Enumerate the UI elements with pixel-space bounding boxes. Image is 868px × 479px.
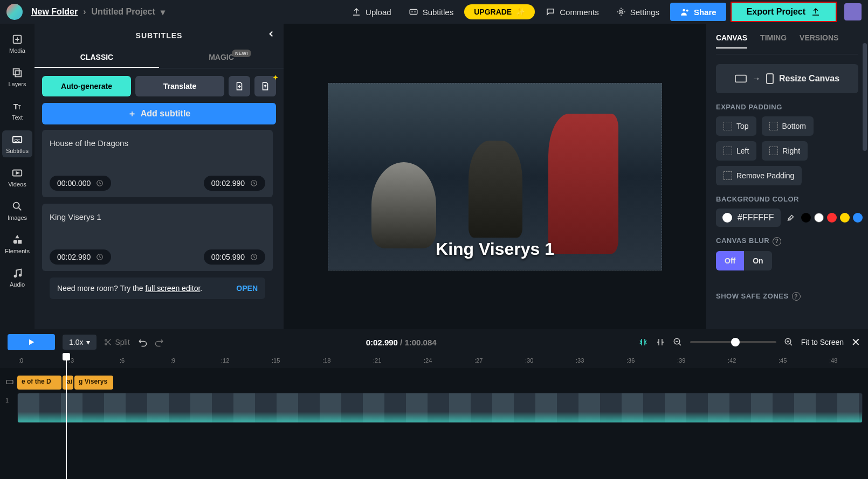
gear-icon (616, 7, 626, 17)
share-button[interactable]: Share (670, 3, 726, 21)
subtitle-card[interactable]: King Viserys 1 00:02.990 00:05.990 (42, 204, 273, 271)
subtitle-card[interactable]: House of the Dragons 00:00.000 00:02.990 (42, 130, 273, 197)
ruler-tick: :9 (170, 357, 175, 364)
timeline-ruler[interactable]: :0:3:6:9:12:15:18:21:24:27:30:33:36:39:4… (0, 355, 868, 368)
fullscreen-editor-link[interactable]: full screen editor (145, 284, 200, 293)
color-swatch[interactable] (827, 213, 837, 223)
tab-magic[interactable]: MAGICNEW! (159, 47, 284, 68)
subtitle-list: House of the Dragons 00:00.000 00:02.990… (35, 130, 280, 329)
end-time-input[interactable]: 00:02.990 (204, 176, 265, 191)
comments-button[interactable]: Comments (539, 4, 605, 20)
subtitle-clip[interactable]: e of the D (17, 376, 61, 390)
nav-media[interactable]: Media (2, 30, 32, 57)
subtitle-text[interactable]: House of the Dragons (42, 130, 273, 170)
nav-subtitles[interactable]: CCSubtitles (2, 130, 32, 157)
section-expand-padding: EXPAND PADDING (716, 103, 858, 111)
zoom-thumb[interactable] (731, 338, 740, 346)
ruler-tick: :48 (829, 357, 837, 364)
track-label: 1 (5, 397, 9, 404)
remove-padding-button[interactable]: Remove Padding (716, 166, 802, 185)
trim-icon (656, 337, 665, 347)
zoom-in-button[interactable] (784, 337, 794, 347)
subtitles-header-button[interactable]: Subtitles (402, 4, 460, 20)
nav-text[interactable]: TTText (2, 97, 32, 124)
zoom-slider[interactable] (690, 341, 776, 343)
pad-left-button[interactable]: Left (716, 141, 756, 161)
collapse-panel-button[interactable] (266, 29, 276, 39)
split-button[interactable]: Split (104, 338, 129, 346)
subtitle-clip[interactable]: g Viserys (74, 376, 113, 390)
dotted-square-icon (769, 147, 778, 155)
ruler-tick: :18 (322, 357, 330, 364)
pad-top-button[interactable]: Top (716, 116, 756, 136)
color-swatch[interactable] (840, 213, 850, 223)
play-button[interactable] (8, 334, 55, 350)
redo-button[interactable] (155, 337, 164, 347)
sparkle-icon: ✦ (273, 74, 278, 81)
resize-canvas-button[interactable]: → Resize Canvas (716, 64, 858, 93)
shapes-icon (11, 234, 23, 246)
video-preview[interactable]: King Viserys 1 (328, 83, 662, 270)
translate-button[interactable]: Translate (135, 76, 224, 96)
snap-button[interactable] (638, 337, 648, 347)
upload-button[interactable]: Upload (345, 4, 398, 20)
zoom-out-button[interactable] (673, 337, 683, 347)
color-swatch[interactable] (853, 213, 863, 223)
tab-versions[interactable]: VERSIONS (800, 33, 838, 48)
color-swatch[interactable] (801, 213, 811, 223)
scrollbar[interactable] (863, 43, 867, 151)
svg-point-22 (105, 339, 107, 342)
blur-on-button[interactable]: On (744, 251, 771, 270)
tab-canvas[interactable]: CANVAS (716, 33, 747, 48)
tab-classic[interactable]: CLASSIC (35, 47, 159, 68)
breadcrumb-project[interactable]: Untitled Project (92, 7, 155, 17)
nav-images[interactable]: Images (2, 197, 32, 224)
layers-icon (11, 67, 23, 79)
upgrade-button[interactable]: UPGRADE✨ (464, 4, 535, 19)
tab-timing[interactable]: TIMING (760, 33, 787, 48)
playback-speed[interactable]: 1.0x▾ (63, 335, 97, 350)
current-color[interactable]: #FFFFFF (716, 209, 781, 227)
nav-elements[interactable]: Elements (2, 231, 32, 258)
ruler-tick: :15 (272, 357, 280, 364)
nav-videos[interactable]: Videos (2, 164, 32, 191)
export-project-button[interactable]: Export Project (731, 2, 837, 22)
pad-bottom-button[interactable]: Bottom (762, 116, 814, 136)
user-avatar[interactable] (844, 3, 862, 20)
chevron-down-icon[interactable]: ▾ (161, 7, 165, 17)
import-subtitle-button[interactable] (229, 76, 250, 96)
nav-audio[interactable]: Audio (2, 264, 32, 291)
playhead[interactable] (66, 355, 67, 479)
logo[interactable] (6, 4, 23, 20)
info-icon[interactable]: ? (773, 237, 781, 246)
subtitle-text[interactable]: King Viserys 1 (42, 204, 273, 244)
timeline[interactable]: :0:3:6:9:12:15:18:21:24:27:30:33:36:39:4… (0, 355, 868, 479)
end-time-input[interactable]: 00:05.990 (204, 249, 265, 265)
clock-icon (250, 253, 258, 261)
info-icon[interactable]: ? (792, 292, 801, 301)
subtitle-clip[interactable]: ai (63, 376, 73, 390)
trim-button[interactable] (656, 337, 665, 347)
start-time-input[interactable]: 00:02.990 (50, 249, 111, 265)
comment-icon (546, 7, 555, 17)
color-swatch[interactable] (814, 213, 824, 223)
color-picker-button[interactable] (786, 211, 796, 224)
add-subtitle-button[interactable]: ＋ Add subtitle (42, 103, 276, 124)
fit-to-screen-button[interactable]: Fit to Screen (801, 338, 844, 346)
settings-button[interactable]: Settings (610, 4, 666, 20)
nav-layers[interactable]: Layers (2, 64, 32, 91)
video-icon (11, 167, 23, 179)
export-subtitle-button[interactable]: ✦ (254, 76, 276, 96)
fullscreen-hint: Need more room? Try the full screen edit… (50, 277, 265, 299)
auto-generate-button[interactable]: Auto-generate (42, 76, 131, 96)
subtitle-track[interactable]: e of the D ai g Viserys (17, 376, 113, 390)
start-time-input[interactable]: 00:00.000 (50, 176, 111, 191)
open-fullscreen-button[interactable]: OPEN (236, 284, 258, 293)
breadcrumb-folder[interactable]: New Folder (31, 7, 78, 17)
blur-off-button[interactable]: Off (716, 251, 744, 270)
pad-right-button[interactable]: Right (762, 141, 808, 161)
ruler-tick: :21 (373, 357, 381, 364)
video-track[interactable] (17, 393, 863, 423)
close-timeline-button[interactable]: ✕ (851, 336, 860, 349)
undo-button[interactable] (137, 337, 147, 347)
